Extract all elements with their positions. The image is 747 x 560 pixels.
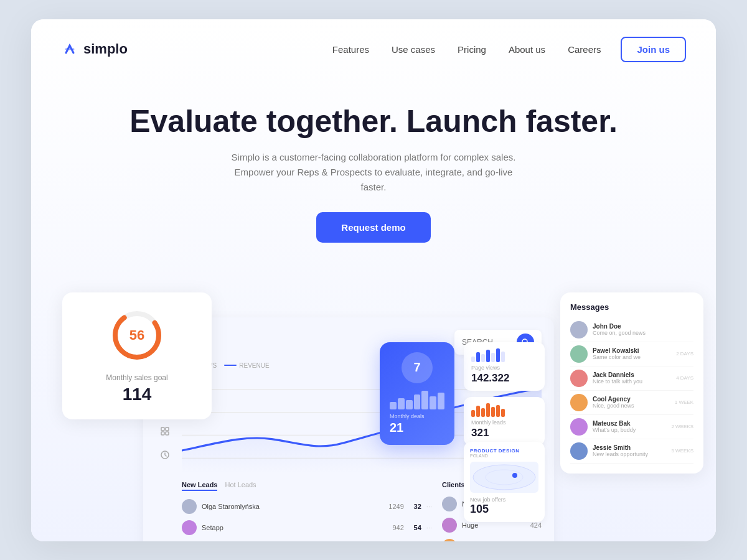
client-avatar-3 — [442, 539, 457, 541]
nav-about[interactable]: About us — [509, 44, 545, 55]
page-views-label: Page views — [471, 365, 537, 371]
navbar: simplo Features Use cases Pricing About … — [31, 19, 716, 80]
map-svg — [470, 462, 538, 493]
brand-name: simplo — [83, 41, 128, 57]
msg-text-3: Nice to talk with you — [593, 378, 671, 385]
svg-point-16 — [473, 465, 535, 490]
msg-text-6: New leads opportunity — [593, 451, 666, 457]
msg-info-3: Jack Danniels Nice to talk with you — [593, 371, 671, 385]
dashboard-preview: 56 Monthly sales goal 114 board — [31, 280, 716, 541]
msg-info-2: Pawel Kowalski Same color and we — [593, 347, 671, 360]
client-avatar-1 — [442, 497, 457, 511]
logo[interactable]: simplo — [61, 40, 128, 58]
leads-tabs: New Leads Hot Leads — [182, 481, 432, 491]
nav-use-cases[interactable]: Use cases — [392, 44, 435, 55]
monthly-leads-label: Monthly leads — [471, 419, 537, 426]
nav-features[interactable]: Features — [332, 44, 369, 55]
msg-time-6: 5 WEEKS — [671, 448, 693, 454]
sales-label: Monthly sales goal — [77, 373, 197, 382]
join-button[interactable]: Join us — [621, 37, 686, 62]
msg-name-4: Cool Agency — [593, 396, 670, 403]
lead-num-2: 942 — [385, 524, 404, 531]
lead-more-2[interactable]: ··· — [426, 524, 432, 531]
msg-name-2: Pawel Kowalski — [593, 347, 671, 354]
nav-careers[interactable]: Careers — [568, 44, 601, 55]
new-leads-widget: New Leads Hot Leads Olga Staromlyńska 12… — [182, 481, 432, 541]
msg-item-6: Jessie Smith New leads opportunity 5 WEE… — [570, 439, 693, 464]
client-num-2: 424 — [530, 521, 542, 529]
deal-bar-3 — [406, 400, 413, 409]
gauge-value: 56 — [129, 327, 144, 343]
map-dot — [512, 473, 517, 478]
deals-value: 21 — [390, 421, 444, 435]
msg-text-2: Same color and we — [593, 354, 671, 360]
msg-avatar-3 — [570, 370, 588, 387]
gauge: 56 — [109, 307, 165, 363]
map-stat-value: 105 — [470, 503, 538, 516]
svg-rect-9 — [161, 432, 164, 435]
nav-pricing[interactable]: Pricing — [458, 44, 486, 55]
deals-label: Monthly deals — [390, 413, 444, 419]
msg-info-5: Mateusz Bak What's up, buddy — [593, 420, 666, 433]
hero-subtitle: Simplo is a customer-facing collaboratio… — [224, 150, 523, 195]
client-name-2: Huge — [462, 521, 525, 529]
svg-rect-7 — [161, 427, 164, 431]
lead-row-1: Olga Staromlyńska 1249 32 ··· — [182, 496, 432, 517]
msg-name-5: Mateusz Bak — [593, 420, 666, 427]
stats-column: Page views 142.322 Monthly leads 321 — [464, 342, 545, 446]
lead-count-1: 32 — [409, 503, 421, 510]
nav-links: Features Use cases Pricing About us Care… — [332, 44, 601, 55]
monthly-leads-value: 321 — [471, 427, 537, 439]
msg-time-5: 2 WEEKS — [671, 424, 693, 429]
msg-name-3: Jack Danniels — [593, 371, 671, 378]
msg-text-4: Nice, good news — [593, 403, 670, 409]
svg-rect-8 — [166, 427, 169, 431]
lead-avatar-2 — [182, 520, 197, 535]
monthly-sales-widget: 56 Monthly sales goal 114 — [62, 292, 212, 419]
messages-title: Messages — [570, 302, 693, 312]
tab-hot-leads[interactable]: Hot Leads — [225, 481, 256, 491]
map-label: PRODUCT DESIGN — [470, 448, 538, 454]
hero-title: Evaluate together. Launch faster. — [61, 105, 686, 139]
lead-count-2: 54 — [409, 524, 421, 531]
deal-bar-7 — [438, 393, 444, 409]
msg-text-5: What's up, buddy — [593, 427, 666, 433]
lead-avatar-1 — [182, 499, 197, 514]
msg-time-3: 4 DAYS — [676, 375, 693, 381]
msg-avatar-4 — [570, 394, 588, 411]
msg-info-1: John Doe Come on, good news — [593, 323, 688, 336]
deal-bar-2 — [398, 398, 405, 409]
hero-section: Evaluate together. Launch faster. Simplo… — [31, 80, 716, 280]
lead-more-1[interactable]: ··· — [426, 503, 432, 510]
deal-bar-6 — [430, 396, 436, 409]
msg-name-6: Jessie Smith — [593, 444, 666, 451]
gauge-container: 56 — [77, 307, 197, 363]
msg-text-1: Come on, good news — [593, 330, 688, 336]
sales-value: 114 — [77, 385, 197, 404]
msg-time-2: 2 DAYS — [676, 351, 693, 357]
monthly-leads-bars — [471, 403, 537, 417]
sidebar-icon-4[interactable] — [156, 446, 174, 464]
tab-new-leads[interactable]: New Leads — [182, 481, 217, 491]
lead-row-2: Setapp 942 54 ··· — [182, 517, 432, 538]
map-stat-label: New job offers — [470, 497, 538, 503]
lead-num-1: 1249 — [385, 503, 404, 510]
page-views-card: Page views 142.322 — [464, 342, 545, 391]
msg-info-4: Cool Agency Nice, good news — [593, 396, 670, 409]
deals-circle: 7 — [402, 352, 433, 383]
deal-bar-1 — [390, 402, 397, 409]
lead-name-2: Setapp — [202, 524, 380, 531]
map-placeholder — [470, 462, 538, 493]
logo-icon — [61, 40, 78, 58]
msg-item-1: John Doe Come on, good news — [570, 318, 693, 342]
msg-avatar-1 — [570, 321, 588, 338]
page-views-bars — [471, 348, 537, 362]
msg-item-2: Pawel Kowalski Same color and we 2 DAYS — [570, 342, 693, 366]
demo-button[interactable]: Request demo — [316, 212, 430, 243]
msg-time-4: 1 WEEK — [675, 399, 693, 405]
map-widget: PRODUCT DESIGN POLAND New job offers 105 — [464, 442, 545, 522]
deals-bars — [390, 391, 444, 409]
msg-info-6: Jessie Smith New leads opportunity — [593, 444, 666, 457]
sidebar-icon-3[interactable] — [156, 422, 174, 441]
page-views-value: 142.322 — [471, 372, 537, 385]
